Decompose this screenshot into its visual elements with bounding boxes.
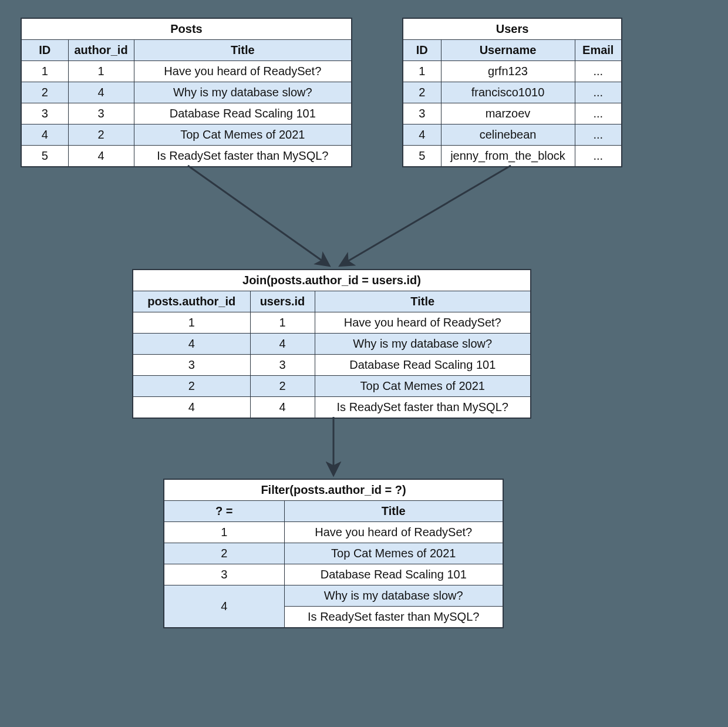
table-row: 5jenny_from_the_block...: [403, 146, 622, 167]
table-row: 1grfn123...: [403, 61, 622, 82]
table-row: 33Database Read Scaling 101: [133, 355, 531, 376]
users-table: Users ID Username Email 1grfn123... 2fra…: [402, 18, 622, 167]
posts-hdr-id: ID: [21, 40, 68, 61]
users-hdr-username: Username: [441, 40, 575, 61]
posts-hdr-title: Title: [134, 40, 352, 61]
join-table: Join(posts.author_id = users.id) posts.a…: [132, 269, 531, 419]
table-row: 4Why is my database slow?: [164, 585, 503, 607]
table-row: 54Is ReadySet faster than MySQL?: [21, 146, 352, 167]
table-row: 1Have you heard of ReadySet?: [164, 522, 503, 543]
posts-hdr-author: author_id: [68, 40, 134, 61]
filter-title: Filter(posts.author_id = ?): [164, 479, 503, 501]
table-row: 33Database Read Scaling 101: [21, 103, 352, 124]
users-title: Users: [403, 18, 622, 40]
posts-table: Posts ID author_id Title 11Have you hear…: [21, 18, 352, 167]
table-row: 3marzoev...: [403, 103, 622, 124]
table-row: 3Database Read Scaling 101: [164, 564, 503, 585]
users-hdr-id: ID: [403, 40, 441, 61]
table-row: 24Why is my database slow?: [21, 82, 352, 103]
table-row: 22Top Cat Memes of 2021: [133, 376, 531, 397]
table-row: 4celinebean...: [403, 124, 622, 146]
table-row: 44Why is my database slow?: [133, 334, 531, 355]
table-row: 2francisco1010...: [403, 82, 622, 103]
table-row: 42Top Cat Memes of 2021: [21, 124, 352, 146]
join-title: Join(posts.author_id = users.id): [133, 270, 531, 291]
users-hdr-email: Email: [575, 40, 622, 61]
filter-hdr-title: Title: [284, 501, 503, 522]
table-row: 11Have you heard of ReadySet?: [21, 61, 352, 82]
join-hdr-users: users.id: [250, 291, 315, 312]
table-row: 11Have you heard of ReadySet?: [133, 312, 531, 334]
arrow-users-to-join: [341, 166, 511, 265]
arrow-posts-to-join: [188, 166, 329, 265]
filter-hdr-param: ? =: [164, 501, 284, 522]
filter-table: Filter(posts.author_id = ?) ? = Title 1H…: [163, 479, 504, 628]
posts-title: Posts: [21, 18, 352, 40]
table-row: 44Is ReadySet faster than MySQL?: [133, 397, 531, 419]
join-hdr-author: posts.author_id: [133, 291, 250, 312]
table-row: 2Top Cat Memes of 2021: [164, 543, 503, 564]
join-hdr-title: Title: [315, 291, 531, 312]
